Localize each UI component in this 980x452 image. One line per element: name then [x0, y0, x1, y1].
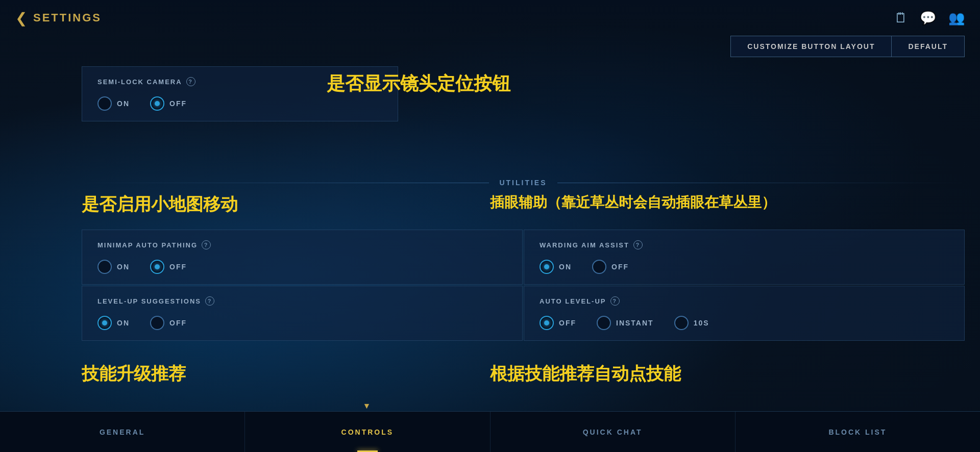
minimap-on-option[interactable]: ON [97, 260, 130, 274]
levelup-section: LEVEL-UP SUGGESTIONS ? ON OFF [82, 286, 523, 341]
warding-title: WARDING AIM ASSIST ? [540, 240, 949, 249]
minimap-radio-group: ON OFF [97, 260, 507, 274]
nav-block-list[interactable]: BLOCK LIST [736, 412, 980, 452]
minimap-on-circle [97, 260, 112, 274]
semi-lock-on-option[interactable]: ON [97, 96, 130, 111]
levelup-title: LEVEL-UP SUGGESTIONS ? [97, 296, 507, 306]
top-buttons: CUSTOMIZE BUTTON LAYOUT DEFAULT [730, 36, 965, 57]
semi-lock-off-option[interactable]: OFF [150, 96, 187, 111]
autolevel-10s-circle [674, 316, 689, 330]
semi-lock-off-label: OFF [169, 99, 187, 108]
nav-controls[interactable]: CONTROLS [245, 412, 490, 452]
minimap-help-icon[interactable]: ? [202, 240, 211, 249]
autolevel-instant-circle [597, 316, 611, 330]
warding-off-label: OFF [611, 263, 629, 271]
utilities-label: UTILITIES [499, 179, 547, 187]
header-left: ❮ SETTINGS [15, 10, 102, 27]
autolevel-10s-label: 10S [694, 319, 709, 327]
levelup-on-option[interactable]: ON [97, 316, 130, 330]
minimap-off-circle [150, 260, 164, 274]
annotation-minimap: 是否启用小地图移动 [82, 193, 238, 216]
warding-radio-group: ON OFF [540, 260, 949, 274]
levelup-on-circle [97, 316, 112, 330]
semi-lock-off-circle [150, 96, 164, 111]
levelup-on-label: ON [117, 319, 130, 327]
semi-lock-on-circle [97, 96, 112, 111]
levelup-help-icon[interactable]: ? [205, 296, 214, 306]
bottom-nav: GENERAL CONTROLS QUICK CHAT BLOCK LIST [0, 411, 980, 452]
main-content: SEMI-LOCK CAMERA ? ON OFF 是否显示镜头定位按钮 UTI… [82, 66, 965, 411]
autolevel-instant-option[interactable]: INSTANT [597, 316, 654, 330]
header-right: 🗒 💬 👥 [894, 10, 965, 26]
levelup-radio-group: ON OFF [97, 316, 507, 330]
annotation-autolevel: 根据技能推荐自动点技能 [490, 362, 681, 386]
levelup-off-option[interactable]: OFF [150, 316, 187, 330]
autolevel-instant-label: INSTANT [616, 319, 654, 327]
header: ❮ SETTINGS 🗒 💬 👥 [0, 0, 980, 36]
levelup-off-label: OFF [169, 319, 187, 327]
warding-on-option[interactable]: ON [540, 260, 572, 274]
levelup-off-circle [150, 316, 164, 330]
warding-on-label: ON [559, 263, 572, 271]
page-title: SETTINGS [33, 11, 102, 24]
back-icon[interactable]: ❮ [15, 10, 27, 27]
autolevel-off-label: OFF [559, 319, 576, 327]
semi-lock-on-label: ON [117, 99, 130, 108]
warding-help-icon[interactable]: ? [633, 240, 643, 249]
nav-general[interactable]: GENERAL [0, 412, 245, 452]
warding-off-option[interactable]: OFF [592, 260, 629, 274]
semi-lock-help-icon[interactable]: ? [186, 77, 195, 86]
autolevel-off-circle [540, 316, 554, 330]
customize-button[interactable]: CUSTOMIZE BUTTON LAYOUT [730, 36, 891, 57]
autolevel-10s-option[interactable]: 10S [674, 316, 709, 330]
annotation-levelup: 技能升级推荐 [82, 362, 186, 386]
autolevel-help-icon[interactable]: ? [610, 296, 620, 306]
minimap-section: MINIMAP AUTO PATHING ? ON OFF [82, 230, 523, 285]
autolevel-off-option[interactable]: OFF [540, 316, 576, 330]
default-button[interactable]: DEFAULT [891, 36, 965, 57]
semi-lock-radio-group: ON OFF [97, 96, 382, 111]
divider-line-right [557, 183, 965, 183]
minimap-title: MINIMAP AUTO PATHING ? [97, 240, 507, 249]
annotation-camera: 是否显示镜头定位按钮 [327, 71, 510, 96]
warding-on-circle [540, 260, 554, 274]
minimap-on-label: ON [117, 263, 130, 271]
users-icon[interactable]: 👥 [948, 10, 965, 26]
nav-quick-chat[interactable]: QUICK CHAT [491, 412, 736, 452]
bottom-grid: MINIMAP AUTO PATHING ? ON OFF WARDING AI… [82, 230, 965, 341]
autolevel-radio-group: OFF INSTANT 10S [540, 316, 949, 330]
annotation-warding: 插眼辅助（靠近草丛时会自动插眼在草丛里） [490, 193, 776, 212]
clipboard-icon[interactable]: 🗒 [894, 10, 908, 26]
warding-section: WARDING AIM ASSIST ? ON OFF [524, 230, 965, 285]
minimap-off-label: OFF [169, 263, 187, 271]
warding-off-circle [592, 260, 606, 274]
divider-line-left [82, 183, 489, 183]
utilities-divider: UTILITIES [82, 179, 965, 187]
chat-icon[interactable]: 💬 [920, 10, 936, 26]
autolevel-section: AUTO LEVEL-UP ? OFF INSTANT 10S [524, 286, 965, 341]
minimap-off-option[interactable]: OFF [150, 260, 187, 274]
autolevel-title: AUTO LEVEL-UP ? [540, 296, 949, 306]
